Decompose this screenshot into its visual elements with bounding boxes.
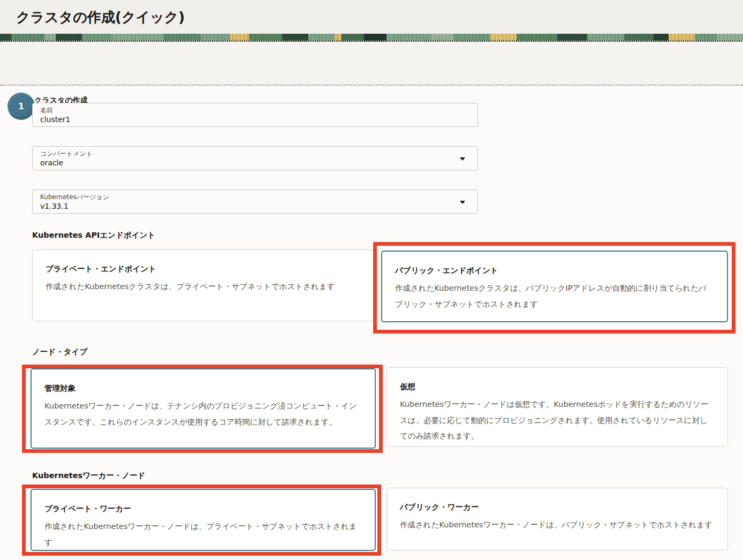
option-card-description: 作成されたKubernetesクラスタは、プライベート・サブネットでホストされま… bbox=[46, 279, 361, 295]
option-card-title: 管理対象 bbox=[44, 383, 362, 393]
section-heading-node-type: ノード・タイプ bbox=[32, 347, 87, 357]
option-card-title: プライベート・エンドポイント bbox=[46, 264, 361, 274]
kubernetes-version-value: v1.33.1 bbox=[40, 201, 470, 211]
option-card-title: パブリック・エンドポイント bbox=[395, 266, 714, 276]
section-divider bbox=[0, 85, 743, 86]
option-card-description: Kubernetesワーカー・ノードは、テナンシ内のプロビジョニング済コンピュー… bbox=[44, 398, 362, 430]
option-card-public-endpoint[interactable]: パブリック・エンドポイント 作成されたKubernetesクラスタは、パブリック… bbox=[381, 251, 728, 322]
section-heading-api-endpoint: Kubernetes APIエンドポイント bbox=[32, 230, 155, 240]
step-number-badge: 1 bbox=[7, 93, 35, 120]
chevron-down-icon bbox=[460, 201, 465, 204]
cluster-create-page: クラスタの作成(クイック) 1 クラスタの作成 必須 名前 cluster1 コ… bbox=[0, 0, 743, 560]
page-title: クラスタの作成(クイック) bbox=[16, 8, 185, 27]
section-heading-worker-nodes: Kubernetesワーカー・ノード bbox=[32, 471, 146, 481]
chevron-down-icon bbox=[460, 157, 465, 161]
wizard-step-band: 1 クラスタの作成 必須 bbox=[0, 42, 743, 85]
option-card-virtual[interactable]: 仮想 Kubernetesワーカー・ノードは仮想です。Kubernetesポッド… bbox=[386, 367, 728, 447]
cluster-name-input[interactable]: 名前 cluster1 bbox=[32, 103, 478, 127]
option-card-private-workers[interactable]: プライベート・ワーカー 作成されたKubernetesワーカー・ノードは、プライ… bbox=[31, 489, 376, 551]
kubernetes-version-select[interactable]: Kubernetesバージョン v1.33.1 bbox=[32, 190, 478, 214]
option-card-title: プライベート・ワーカー bbox=[44, 504, 362, 514]
decorative-banner-strip bbox=[0, 34, 743, 42]
cluster-name-label: 名前 bbox=[40, 106, 470, 115]
kubernetes-version-label: Kubernetesバージョン bbox=[40, 193, 470, 201]
option-card-title: パブリック・ワーカー bbox=[400, 502, 715, 512]
compartment-value: oracle bbox=[40, 158, 470, 168]
option-card-description: Kubernetesワーカー・ノードは仮想です。Kubernetesポッドを実行… bbox=[400, 397, 715, 444]
option-card-private-endpoint[interactable]: プライベート・エンドポイント 作成されたKubernetesクラスタは、プライベ… bbox=[32, 249, 375, 321]
option-card-title: 仮想 bbox=[400, 382, 715, 392]
option-card-description: 作成されたKubernetesワーカー・ノードは、パブリック・サブネットでホスト… bbox=[400, 517, 715, 533]
compartment-label: コンパートメント bbox=[40, 149, 470, 158]
option-card-managed[interactable]: 管理対象 Kubernetesワーカー・ノードは、テナンシ内のプロビジョニング済… bbox=[31, 368, 376, 449]
cluster-name-value: cluster1 bbox=[40, 115, 470, 124]
option-card-description: 作成されたKubernetesクラスタは、パブリックIPアドレスが自動的に割り当… bbox=[395, 281, 714, 312]
compartment-select[interactable]: コンパートメント oracle bbox=[32, 146, 478, 170]
page-header: クラスタの作成(クイック) bbox=[0, 0, 743, 34]
option-card-public-workers[interactable]: パブリック・ワーカー 作成されたKubernetesワーカー・ノードは、パブリッ… bbox=[386, 488, 728, 550]
step-number: 1 bbox=[18, 101, 24, 111]
option-card-description: 作成されたKubernetesワーカー・ノードは、プライベート・サブネットでホス… bbox=[44, 519, 362, 550]
